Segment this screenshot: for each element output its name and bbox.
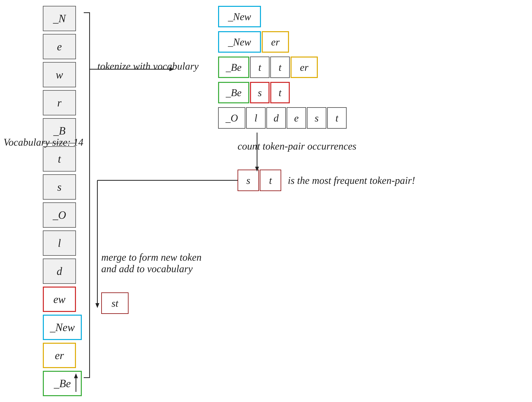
row3-token-t1: t xyxy=(250,57,270,78)
row2-token-New: _New xyxy=(218,31,261,53)
tokenize-label: tokenize with vocabulary xyxy=(97,60,199,72)
frequent-t: t xyxy=(260,170,281,191)
frequent-s: s xyxy=(238,170,259,191)
most-frequent-label: is the most frequent token-pair! xyxy=(288,175,415,186)
vocab-item-New: _New xyxy=(43,315,82,340)
vocab-item-l: l xyxy=(43,230,76,256)
vocab-item-N: _N xyxy=(43,6,76,31)
row5-token-O: _O xyxy=(218,107,245,129)
vocab-size-label: Vocabulary size: 14 xyxy=(4,136,83,148)
vocab-item-ew: ew xyxy=(43,287,76,312)
vocab-item-er: er xyxy=(43,343,76,368)
row2-token-er: er xyxy=(262,31,289,53)
vocab-item-t: t xyxy=(43,146,76,172)
svg-marker-6 xyxy=(95,303,99,308)
row5-token-e: e xyxy=(287,107,306,129)
merge-label: merge to form new token and add to vocab… xyxy=(101,252,202,274)
vocab-item-d: d xyxy=(43,259,76,284)
row5-token-l: l xyxy=(246,107,266,129)
vocab-item-r: r xyxy=(43,90,76,115)
row3-token-er: er xyxy=(291,57,318,78)
vocab-item-Be: _Be xyxy=(43,371,82,396)
vocab-item-O: _O xyxy=(43,202,76,228)
row3-token-t2: t xyxy=(270,57,290,78)
vocab-item-s: s xyxy=(43,174,76,200)
row5-token-t: t xyxy=(327,107,347,129)
vocab-item-e: e xyxy=(43,34,76,59)
row4-token-Be: _Be xyxy=(218,82,249,103)
row5-token-d: d xyxy=(266,107,286,129)
row5-token-s: s xyxy=(307,107,326,129)
new-token-st: st xyxy=(101,292,128,314)
row1-token-New: _New xyxy=(218,6,261,27)
count-label: count token-pair occurrences xyxy=(238,140,356,152)
vocab-item-w: w xyxy=(43,62,76,87)
row4-token-t: t xyxy=(270,82,290,103)
row3-token-Be: _Be xyxy=(218,57,249,78)
row4-token-s: s xyxy=(250,82,270,103)
